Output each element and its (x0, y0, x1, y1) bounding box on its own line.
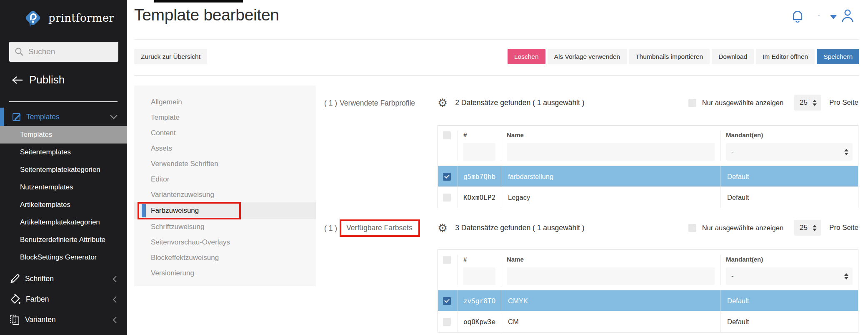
table-row[interactable]: KOxmOLP2 Legacy Default (438, 187, 858, 208)
toolbar-actions: Löschen Als Vorlage verwenden Thumbnails… (492, 49, 859, 64)
filter-id-input[interactable] (463, 267, 495, 285)
select-all-checkbox[interactable] (443, 256, 451, 264)
sidebar-search[interactable] (9, 42, 118, 62)
table-row[interactable]: zvSgr8TO CMYK Default (438, 290, 858, 311)
user-profile-icon[interactable] (840, 8, 855, 23)
filter-id-input[interactable] (463, 143, 495, 161)
sidebar-item-artikeltemplates[interactable]: Artikeltemplates (0, 196, 127, 214)
column-header-id: # (463, 131, 501, 140)
per-page-select[interactable]: 25 (794, 220, 821, 236)
mandant-filter-value: - (731, 272, 734, 280)
table-header: # Name Mandant(en) - (438, 250, 858, 290)
active-tab-indicator (142, 204, 146, 217)
row-checkbox[interactable] (443, 297, 451, 305)
open-in-editor-button[interactable]: Im Editor öffnen (756, 49, 815, 64)
farbprofile-table: # Name Mandant(en) - g5mb7Qhb farbdarste… (438, 125, 858, 208)
settings-gear-icon[interactable]: ⚙ (438, 97, 448, 108)
tab-allgemein[interactable]: Allgemein (134, 94, 316, 110)
tab-assets[interactable]: Assets (134, 141, 316, 156)
save-button[interactable]: Speichern (817, 49, 859, 64)
sidebar-item-farben[interactable]: Farben (0, 289, 127, 310)
tab-seitenvorschau-overlays[interactable]: Seitenvorschau-Overlays (134, 234, 316, 250)
top-edge-artifact (154, 0, 243, 3)
sidebar: printformer Publish Templates Templates … (0, 0, 127, 335)
records-status: 2 Datensätze gefunden ( 1 ausgewählt ) (455, 98, 584, 107)
row-checkbox[interactable] (443, 173, 451, 181)
paint-bucket-icon (9, 293, 21, 305)
tab-farbzuweisung[interactable]: Farbzuweisung (134, 202, 316, 219)
table-row[interactable]: g5mb7Qhb farbdarstellung Default (438, 166, 858, 187)
sidebar-item-nutzentemplates[interactable]: Nutzentemplates (0, 179, 127, 196)
tab-versionierung[interactable]: Versionierung (134, 265, 316, 281)
tab-variantenzuweisung[interactable]: Variantenzuweisung (134, 187, 316, 202)
sidebar-item-seitentemplates[interactable]: Seitentemplates (0, 144, 127, 161)
column-header-mandant: Mandant(en) (726, 131, 858, 140)
tab-template[interactable]: Template (134, 110, 316, 125)
filter-mandant-select[interactable]: - (726, 143, 853, 161)
select-arrows-icon (808, 100, 817, 106)
sidebar-item-seitentemplatekategorien[interactable]: Seitentemplatekategorien (0, 161, 127, 179)
delete-button[interactable]: Löschen (508, 49, 545, 64)
row-checkbox[interactable] (443, 318, 451, 326)
settings-gear-icon[interactable]: ⚙ (438, 222, 448, 234)
sidebar-item-varianten[interactable]: Varianten (0, 310, 127, 330)
select-all-checkbox[interactable] (443, 131, 451, 139)
row-name: Legacy (501, 187, 720, 208)
sidebar-divider (9, 101, 118, 102)
filter-name-input[interactable] (507, 267, 715, 285)
farbprofile-list-header: ⚙ 2 Datensätze gefunden ( 1 ausgewählt )… (438, 93, 858, 112)
only-selected-checkbox[interactable] (688, 99, 696, 107)
tab-schriftzuweisung[interactable]: Schriftzuweisung (134, 219, 316, 234)
row-id: KOxmOLP2 (458, 187, 501, 208)
chevron-down-icon (110, 114, 118, 119)
filter-name-input[interactable] (507, 143, 715, 161)
user-separator: - (818, 11, 820, 20)
section-label-verwendete-farbprofile: ( 1 ) Verwendete Farbprofile (324, 94, 415, 112)
section-label-text: Verfügbare Farbsets (346, 224, 413, 232)
back-arrow-icon (12, 76, 23, 85)
notifications-bell-icon[interactable] (790, 9, 805, 25)
row-name: farbdarstellung (501, 166, 720, 187)
publish-back-link[interactable]: Publish (12, 73, 65, 86)
brand-name: printformer (48, 12, 114, 24)
schriften-label: Schriften (25, 275, 54, 283)
mandant-filter-value: - (731, 148, 734, 156)
tab-content[interactable]: Content (134, 125, 316, 141)
download-button[interactable]: Download (712, 49, 754, 64)
row-checkbox[interactable] (443, 194, 451, 202)
import-thumbnails-button[interactable]: Thumbnails importieren (629, 49, 710, 64)
tab-editor[interactable]: Editor (134, 171, 316, 187)
only-selected-label: Nur ausgewählte anzeigen (702, 99, 783, 107)
sidebar-item-templates-parent[interactable]: Templates (0, 108, 127, 126)
sidebar-item-templates[interactable]: Templates (0, 126, 127, 144)
row-id: g5mb7Qhb (458, 166, 501, 187)
section-label-verfuegbare-farbsets: ( 1 ) Verfügbare Farbsets (324, 219, 420, 237)
row-name: CMYK (501, 290, 720, 311)
tab-verwendete-schriften[interactable]: Verwendete Schriften (134, 156, 316, 171)
filter-mandant-select[interactable]: - (726, 267, 853, 285)
tab-blockeffektzuweisung[interactable]: Blockeffektzuweisung (134, 250, 316, 265)
sidebar-item-artikeltemplatekategorien[interactable]: Artikeltemplatekategorien (0, 214, 127, 231)
chevron-left-icon (113, 275, 117, 283)
pencil-icon (9, 273, 20, 285)
select-arrows-icon (808, 225, 817, 231)
templates-submenu: Templates Seitentemplates Seitentemplate… (0, 126, 127, 266)
user-menu-caret-icon[interactable] (830, 15, 837, 19)
back-to-overview-button[interactable]: Zurück zur Übersicht (134, 49, 207, 64)
column-header-name: Name (507, 131, 720, 140)
row-mandant: Default (720, 187, 858, 208)
per-page-select[interactable]: 25 (794, 95, 821, 111)
sidebar-item-blocksettings-generator[interactable]: BlockSettings Generator (0, 249, 127, 266)
sidebar-item-benutzerdefinierte-attribute[interactable]: Benutzerdefinierte Attribute (0, 231, 127, 249)
per-page-value: 25 (800, 224, 808, 232)
table-row[interactable]: oqOKpw3e CM Default (438, 311, 858, 332)
use-as-template-button[interactable]: Als Vorlage verwenden (548, 49, 627, 64)
chevron-left-icon (113, 316, 117, 324)
varianten-label: Varianten (25, 315, 56, 324)
only-selected-checkbox[interactable] (688, 224, 696, 232)
farbsets-list-header: ⚙ 3 Datensätze gefunden ( 1 ausgewählt )… (438, 219, 858, 237)
search-input[interactable] (28, 47, 103, 56)
title-divider (134, 39, 859, 40)
sidebar-item-schriften[interactable]: Schriften (0, 269, 127, 289)
select-arrows-icon (840, 149, 848, 155)
